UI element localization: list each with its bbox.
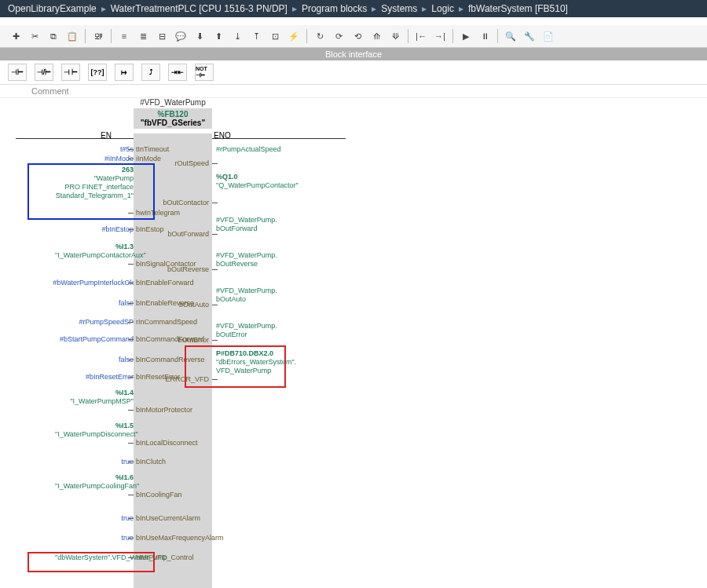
coil-icon[interactable]: ↦ [115,64,134,81]
tb-btn[interactable]: ⧉ [46,28,61,44]
pin-input-name: bInCoolingFan [136,491,182,499]
pin-input-value[interactable]: %I1.6"I_WaterPumpCoolingFan" [27,473,134,491]
crumb[interactable]: fbWaterSystem [FB510] [468,3,568,14]
branch-icon[interactable]: ⤴ [141,64,160,81]
pin-input-value[interactable]: %I1.3"I_WaterPumpContactorAux" [27,243,134,260]
tb-btn[interactable]: |← [413,28,429,44]
tb-btn[interactable]: 🔍 [503,28,518,44]
tb-btn[interactable]: 🔧 [522,28,537,44]
tb-btn[interactable]: ⟲ [350,28,365,44]
pin-input-value[interactable]: %I1.5"I_WaterPumpDisconnect" [27,422,134,439]
pin-output-name: bOutContactor [156,199,209,206]
pin-output-name: bOutError [156,336,209,344]
pin-input-value[interactable]: true [27,514,134,523]
tb-btn[interactable]: ⚡ [286,28,302,44]
pin-input-value[interactable]: #bInResetError [27,373,134,382]
pin-input-value[interactable]: %I1.4"I_WaterPumpMSP" [27,389,134,406]
pin-output-value[interactable]: #rPumpActualSpeed [216,145,318,154]
crumb[interactable]: WaterTreatmentPLC [CPU 1516-3 PN/DP] [111,3,288,14]
unknown-icon[interactable]: [??] [88,64,107,81]
pin-output-name: bOutForward [156,230,209,238]
pin-input-value[interactable]: true [27,458,134,466]
tb-btn[interactable]: 📄 [540,28,556,44]
pin-input-value[interactable]: false [27,299,134,308]
breadcrumb[interactable]: OpenLibraryExample▸ WaterTreatmentPLC [C… [0,0,707,17]
tb-btn[interactable]: ⤓ [229,28,245,44]
pin-input-value[interactable]: #iInMode [27,155,134,163]
pin-output-name: rOutSpeed [156,159,209,167]
pin-input-name: bInEnableForward [136,279,194,287]
tb-btn[interactable]: ✂ [27,28,42,44]
contact-no-icon[interactable]: ⊣⊢ [8,64,27,81]
pin-input-value[interactable]: false [27,356,134,364]
logic-toolbar: ⊣⊢ ⊣/⊢ ⊣ ⊢ [??] ↦ ⤴ ⇥⇤ NOT ⊣⊢ [0,60,707,85]
crumb[interactable]: OpenLibraryExample [8,3,97,14]
not-icon[interactable]: NOT ⊣⊢ [195,64,214,81]
pin-output-value[interactable]: #VFD_WaterPump.bOutReverse [216,251,318,268]
pin-input-name: tInTimeout [136,145,169,153]
highlight-red [185,345,286,388]
pin-output-name: bOutReverse [156,265,209,273]
block-interface-bar[interactable]: Block interface [0,48,707,60]
tb-btn[interactable]: →| [432,28,448,44]
tb-btn[interactable]: ≣ [135,28,151,44]
pin-input-value[interactable]: #bInEstop [27,225,134,234]
tb-btn[interactable]: ✚ [8,28,24,44]
pin-output-value[interactable]: %Q1.0"Q_WaterPumpContactor" [216,173,318,190]
pin-output-value[interactable]: #VFD_WaterPump.bOutAuto [216,287,318,304]
fb-number: %FB120 [134,110,212,119]
tb-btn[interactable]: ⏸ [477,28,493,44]
tb-btn[interactable]: ≡ [116,28,132,44]
tb-btn[interactable]: ⬆ [211,28,226,44]
contact-open-icon[interactable]: ⊣ ⊢ [61,64,80,81]
tb-btn[interactable]: ▶ [458,28,474,44]
tb-btn[interactable]: ⟱ [387,28,403,44]
pin-input-value[interactable]: #bStartPumpCommand [27,335,134,344]
pin-output-value[interactable]: #VFD_WaterPump.bOutForward [216,216,318,233]
pin-input-name: bInUseMaxFrequencyAlarm [136,534,203,542]
crumb[interactable]: Systems [381,3,417,14]
pin-input-value[interactable]: true [27,534,134,542]
highlight-red [27,552,155,572]
pin-output-name: bOutAuto [156,301,209,309]
pin-input-name: bInUseCurrentAlarm [136,514,200,522]
fb-name: "fbVFD_GSeries" [134,119,212,127]
pin-input-value[interactable]: #bWaterPumpInterlockOk [27,279,134,287]
pin-input-name: bInMotorProtector [136,406,192,414]
tb-btn[interactable]: 💬 [173,28,189,44]
rung-icon[interactable]: ⇥⇤ [168,64,187,81]
pin-input-name: bInLocalDisconnect [136,439,198,447]
tb-btn[interactable]: 📋 [64,28,80,44]
tb-btn[interactable]: ⟰ [368,28,384,44]
instance-name: #VFD_WaterPump [134,98,212,107]
pin-output-value[interactable]: #VFD_WaterPump.bOutError [216,322,318,339]
tb-btn[interactable]: ⟳ [331,28,346,44]
tb-btn[interactable]: ⬇ [192,28,207,44]
pin-input-value[interactable]: t#5s [27,145,134,154]
en-label: EN [101,131,112,140]
highlight-blue [27,163,155,220]
comment-label: Comment [0,85,707,98]
tb-btn[interactable]: ⤒ [248,28,264,44]
pin-input-value[interactable]: #rPumpSpeedSP [27,318,134,327]
tb-btn[interactable]: ⊟ [154,28,170,44]
tb-btn[interactable]: ↻ [312,28,328,44]
crumb[interactable]: Program blocks [302,3,367,14]
pin-input-name: bInClutch [136,458,166,466]
block-header: #VFD_WaterPump %FB120 "fbVFD_GSeries" [134,98,212,129]
ladder-canvas[interactable]: #VFD_WaterPump %FB120 "fbVFD_GSeries" EN… [0,98,707,588]
main-toolbar: ✚ ✂ ⧉ 📋 🖳 ≡ ≣ ⊟ 💬 ⬇ ⬆ ⤓ ⤒ ⊡ ⚡ ↻ ⟳ ⟲ ⟰ ⟱ … [0,25,707,48]
tb-btn[interactable]: 🖳 [90,28,106,44]
tb-btn[interactable]: ⊡ [267,28,283,44]
pin-input-name: rInCommandSpeed [136,318,197,326]
crumb[interactable]: Logic [431,3,454,14]
contact-nc-icon[interactable]: ⊣/⊢ [35,64,53,81]
eno-label: ENO [214,131,231,140]
